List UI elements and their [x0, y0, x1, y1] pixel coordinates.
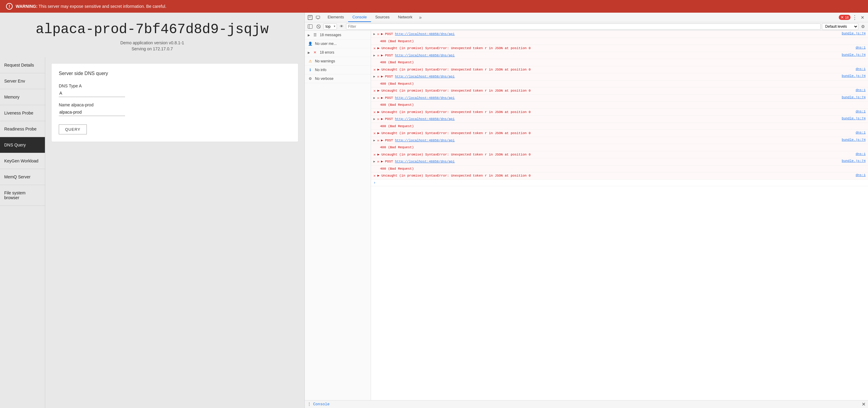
log-location-12[interactable]: dns:1	[856, 152, 866, 156]
log-location-2[interactable]: dns:1	[856, 46, 866, 50]
sidebar-item-dns-query[interactable]: DNS Query	[0, 137, 45, 153]
log-entry-9: ▶ ✕ ▶ POST http://localhost:48858/dns/ap…	[371, 116, 868, 123]
error-icon-8: ✕	[373, 110, 375, 115]
more-tabs-icon[interactable]: »	[416, 13, 424, 22]
expand-icon-9[interactable]: ▶	[373, 117, 375, 121]
post-url-1[interactable]: http://localhost:48858/dns/api	[395, 32, 455, 36]
console-prompt-line[interactable]: ›	[371, 180, 868, 186]
console-info-filter[interactable]: ℹ No info	[305, 66, 371, 74]
context-select-wrap[interactable]: top	[323, 24, 337, 30]
post-url-5[interactable]: http://localhost:48858/dns/api	[395, 75, 455, 79]
log-location-11[interactable]: bundle.js:74	[842, 138, 866, 142]
tab-sources[interactable]: Sources	[371, 13, 394, 22]
sidebar-toggle-icon[interactable]	[307, 23, 314, 30]
log-location-3[interactable]: bundle.js:74	[842, 53, 866, 57]
gear-icon[interactable]: ⚙	[860, 23, 866, 30]
devtools-tabs: Elements Console Sources Network »	[323, 13, 424, 22]
log-location-13[interactable]: bundle.js:74	[842, 159, 866, 163]
sidebar-item-memory[interactable]: Memory	[0, 89, 45, 105]
console-sidebar: ▶ ☰ 18 messages 👤 No user me... ▶ ✕ 18 e…	[305, 31, 371, 400]
post-url-7[interactable]: http://localhost:48858/dns/api	[395, 96, 455, 100]
log-entry-1b: 400 (Bad Request)	[371, 38, 868, 45]
log-location-5[interactable]: bundle.js:74	[842, 74, 866, 78]
tab-network[interactable]: Network	[394, 13, 417, 22]
tab-console[interactable]: Console	[348, 13, 371, 22]
expand-arrow-errors-icon: ▶	[308, 51, 310, 54]
console-messages-filter[interactable]: ▶ ☰ 18 messages	[305, 31, 371, 39]
tab-elements[interactable]: Elements	[323, 13, 348, 22]
log-location-8[interactable]: dns:1	[856, 110, 866, 113]
log-entry-3b: 400 (Bad Request)	[371, 59, 868, 66]
clear-console-icon[interactable]	[315, 23, 322, 30]
devtools-close-icon[interactable]: ✕	[859, 14, 866, 21]
sidebar-item-memq-server[interactable]: MemQ Server	[0, 169, 45, 185]
level-select[interactable]: Default levels	[822, 23, 858, 30]
expand-icon-7[interactable]: ▶	[373, 96, 375, 100]
expand-icon-11[interactable]: ▶	[373, 138, 375, 142]
sidebar-item-request-details[interactable]: Request Details	[0, 57, 45, 73]
sidebar-item-file-system-browser[interactable]: File system browser	[0, 185, 45, 206]
dns-type-label: DNS Type A	[59, 84, 291, 88]
devtools-panel: Elements Console Sources Network » ✕ 18	[304, 13, 868, 408]
log-entry-13b: 400 (Bad Request)	[371, 165, 868, 172]
expand-icon-5[interactable]: ▶	[373, 75, 375, 79]
query-button[interactable]: QUERY	[59, 124, 87, 134]
main-layout: alpaca-prod-7bf467d8d9-jsqjw Demo applic…	[0, 13, 868, 408]
post-url-9[interactable]: http://localhost:48858/dns/api	[395, 117, 455, 121]
expand-icon-13[interactable]: ▶	[373, 160, 375, 163]
inspect-icon[interactable]	[307, 14, 314, 21]
console-errors-filter[interactable]: ▶ ✕ 18 errors	[305, 48, 371, 57]
sidebar-item-server-env[interactable]: Server Env	[0, 73, 45, 89]
log-entry-6: ✕ ▶ Uncaught (in promise) SyntaxError: U…	[371, 87, 868, 95]
context-select[interactable]: top	[323, 24, 337, 30]
log-location-7[interactable]: bundle.js:74	[842, 96, 866, 99]
log-entry-11b: 400 (Bad Request)	[371, 144, 868, 151]
log-location-1[interactable]: bundle.js:74	[842, 32, 866, 35]
console-warnings-filter[interactable]: ⚠ No warnings	[305, 57, 371, 66]
log-location-10[interactable]: dns:1	[856, 131, 866, 134]
eye-icon[interactable]: 👁	[338, 23, 345, 30]
error-icon-10: ✕	[373, 131, 375, 135]
post-url-11[interactable]: http://localhost:48858/dns/api	[395, 138, 455, 142]
device-icon[interactable]	[314, 14, 321, 21]
console-bottom: ⋮ Console ✕	[305, 400, 868, 408]
log-location-6[interactable]: dns:1	[856, 88, 866, 92]
error-icon-1: ✕	[377, 32, 379, 36]
console-messages-area: ▶ ☰ 18 messages 👤 No user me... ▶ ✕ 18 e…	[305, 31, 868, 400]
log-entry-7b: 400 (Bad Request)	[371, 101, 868, 109]
verbose-icon: ⚙	[308, 76, 313, 81]
sidebar-item-readiness-probe[interactable]: Readiness Probe	[0, 121, 45, 137]
sidebar-item-keygen-workload[interactable]: KeyGen Workload	[0, 153, 45, 169]
post-url-13[interactable]: http://localhost:48858/dns/api	[395, 160, 455, 163]
name-input[interactable]	[59, 108, 125, 116]
log-location-14[interactable]: dns:1	[856, 173, 866, 177]
console-verbose-filter[interactable]: ⚙ No verbose	[305, 74, 371, 83]
log-entry-3: ▶ ✕ ▶ POST http://localhost:48858/dns/ap…	[371, 52, 868, 59]
expand-icon-1[interactable]: ▶	[373, 32, 375, 36]
devtools-right-icons: ✕ 18 ⋮ ✕	[839, 14, 868, 21]
error-icon-9: ✕	[377, 117, 379, 121]
console-close-button[interactable]: ✕	[862, 401, 866, 407]
log-location-9[interactable]: bundle.js:74	[842, 117, 866, 120]
svg-line-6	[318, 26, 319, 27]
error-icon-3: ✕	[377, 53, 379, 58]
error-icon-7: ✕	[377, 96, 379, 100]
sidebar-item-liveness-probe[interactable]: Liveness Probe	[0, 105, 45, 121]
more-options-icon[interactable]: ⋮	[851, 14, 858, 21]
dns-card: Server side DNS query DNS Type A Name	[51, 63, 299, 142]
devtools-topbar: Elements Console Sources Network » ✕ 18	[305, 13, 868, 22]
log-entry-10: ✕ ▶ Uncaught (in promise) SyntaxError: U…	[371, 130, 868, 137]
app-version: Demo application version v0.8.1-1	[6, 40, 299, 45]
console-user-messages-filter[interactable]: 👤 No user me...	[305, 39, 371, 48]
filter-input[interactable]	[346, 24, 821, 30]
log-entry-5: ▶ ✕ ▶ POST http://localhost:48858/dns/ap…	[371, 73, 868, 81]
post-url-3[interactable]: http://localhost:48858/dns/api	[395, 54, 455, 57]
devtools-secondbar: top 👁 Default levels ⚙	[305, 22, 868, 31]
log-location-4[interactable]: dns:1	[856, 67, 866, 71]
dns-type-input[interactable]	[59, 90, 125, 97]
expand-icon-3[interactable]: ▶	[373, 54, 375, 57]
expand-arrow-icon: ▶	[308, 33, 310, 37]
warning-banner: ! WARNING: This server may expose sensit…	[0, 0, 868, 13]
messages-icon: ☰	[313, 33, 317, 37]
error-icon: ✕	[313, 50, 317, 55]
